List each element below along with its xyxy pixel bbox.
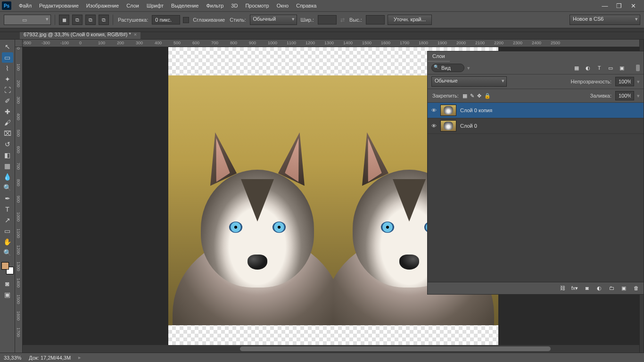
width-input[interactable] bbox=[318, 15, 337, 25]
window-close-button[interactable]: ✕ bbox=[628, 2, 638, 9]
crop-tool[interactable]: ⛶ bbox=[2, 85, 13, 95]
ruler-horizontal[interactable]: -500-300-1000100200300400500600700800900… bbox=[23, 40, 644, 47]
window-minimize-button[interactable]: — bbox=[600, 2, 610, 9]
ruler-corner[interactable] bbox=[15, 40, 23, 47]
style-label: Стиль: bbox=[230, 17, 246, 23]
window-maximize-button[interactable]: ❐ bbox=[614, 2, 624, 9]
menu-layers[interactable]: Слои bbox=[123, 1, 143, 10]
close-tab-icon[interactable]: × bbox=[134, 32, 137, 37]
app-icon: Ps bbox=[2, 1, 11, 10]
layer-row[interactable]: 👁 Слой 0 копия bbox=[428, 103, 644, 118]
filter-adjust-icon[interactable]: ◐ bbox=[584, 65, 592, 71]
new-selection-icon[interactable]: ◼ bbox=[59, 15, 69, 25]
ruler-vertical[interactable]: 0100200300400500600700800900100011001200… bbox=[15, 47, 23, 353]
lock-transparent-icon[interactable]: ▦ bbox=[462, 93, 467, 99]
lock-all-icon[interactable]: 🔒 bbox=[484, 93, 491, 99]
heal-tool[interactable]: ✚ bbox=[2, 107, 13, 117]
history-brush-tool[interactable]: ↺ bbox=[2, 139, 13, 149]
style-select[interactable]: Обычный bbox=[250, 15, 297, 25]
menu-select[interactable]: Выделение bbox=[167, 1, 202, 10]
color-swatches[interactable] bbox=[1, 262, 14, 274]
doc-size-label: Док: bbox=[29, 355, 39, 361]
add-selection-icon[interactable]: ⧉ bbox=[72, 15, 83, 25]
group-icon[interactable]: 🗀 bbox=[608, 285, 615, 291]
filter-toggle[interactable] bbox=[636, 65, 640, 71]
lock-position-icon[interactable]: ✥ bbox=[477, 93, 481, 99]
menu-help[interactable]: Справка bbox=[292, 1, 320, 10]
screenmode-tool[interactable]: ▣ bbox=[2, 289, 13, 300]
filter-shape-icon[interactable]: ▭ bbox=[607, 65, 614, 71]
marquee-tool-icon[interactable]: ▭ bbox=[4, 15, 51, 25]
refine-edge-button[interactable]: Уточн. край... bbox=[388, 15, 432, 25]
height-input[interactable] bbox=[366, 15, 385, 25]
hand-tool[interactable]: ✋ bbox=[2, 237, 13, 247]
layers-panel-tab[interactable]: Слои bbox=[428, 51, 450, 62]
visibility-icon[interactable]: 👁 bbox=[431, 107, 437, 113]
mask-icon[interactable]: ◙ bbox=[583, 285, 591, 291]
menu-file[interactable]: Файл bbox=[15, 1, 35, 10]
shape-tool[interactable]: ▭ bbox=[2, 226, 13, 236]
menu-view[interactable]: Просмотр bbox=[241, 1, 272, 10]
delete-layer-icon[interactable]: 🗑 bbox=[632, 285, 640, 291]
layer-name[interactable]: Слой 0 bbox=[460, 123, 477, 129]
options-bar: ▭ ◼ ⧉ ⧉ ⧉ Растушевка: Сглаживание Стиль:… bbox=[0, 11, 644, 28]
layer-row[interactable]: 👁 Слой 0 bbox=[428, 118, 644, 134]
new-layer-icon[interactable]: ▣ bbox=[620, 285, 627, 291]
subtract-selection-icon[interactable]: ⧉ bbox=[85, 15, 96, 25]
visibility-icon[interactable]: 👁 bbox=[431, 123, 437, 129]
antialias-checkbox[interactable] bbox=[183, 17, 189, 23]
status-menu-icon[interactable]: ▸ bbox=[78, 354, 81, 361]
move-tool[interactable]: ↖ bbox=[2, 41, 13, 52]
pen-tool[interactable]: ✒ bbox=[2, 193, 13, 204]
gradient-tool[interactable]: ▦ bbox=[2, 161, 13, 171]
fx-icon[interactable]: fx▾ bbox=[571, 285, 578, 291]
eyedropper-tool[interactable]: ✐ bbox=[2, 96, 13, 106]
antialias-label: Сглаживание bbox=[193, 17, 225, 23]
quickmask-tool[interactable]: ◙ bbox=[2, 279, 13, 289]
toolbox: ↖ ▭ ⌇ ✦ ⛶ ✐ ✚ 🖌 ⌧ ↺ ◧ ▦ 💧 🔍 ✒ T ↗ ▭ ✋ 🔍 … bbox=[0, 40, 15, 353]
feather-input[interactable] bbox=[152, 15, 180, 25]
brush-tool[interactable]: 🖌 bbox=[2, 117, 13, 128]
zoom-tool[interactable]: 🔍 bbox=[2, 247, 13, 258]
wand-tool[interactable]: ✦ bbox=[2, 74, 13, 84]
whats-new-select[interactable]: Новое в CS6 bbox=[570, 15, 640, 25]
blend-mode-select[interactable]: Обычные bbox=[431, 76, 507, 87]
stamp-tool[interactable]: ⌧ bbox=[2, 128, 13, 139]
swap-icon[interactable]: ⇄ bbox=[340, 17, 345, 23]
foreground-color[interactable] bbox=[1, 262, 9, 270]
menu-3d[interactable]: 3D bbox=[227, 1, 241, 10]
status-bar: 33,33% Док: 17,2M/44,3M ▸ bbox=[0, 353, 644, 362]
filter-smart-icon[interactable]: ▣ bbox=[618, 65, 626, 71]
layer-thumbnail[interactable] bbox=[440, 120, 456, 132]
marquee-tool[interactable]: ▭ bbox=[2, 52, 13, 63]
path-tool[interactable]: ↗ bbox=[2, 215, 13, 225]
link-layers-icon[interactable]: ⛓ bbox=[559, 285, 566, 291]
layer-list: 👁 Слой 0 копия 👁 Слой 0 bbox=[428, 103, 644, 282]
fill-input[interactable] bbox=[615, 91, 634, 100]
layer-name[interactable]: Слой 0 копия bbox=[460, 107, 492, 113]
lasso-tool[interactable]: ⌇ bbox=[2, 63, 13, 74]
eraser-tool[interactable]: ◧ bbox=[2, 150, 13, 160]
width-label: Шир.: bbox=[301, 17, 314, 23]
feather-label: Растушевка: bbox=[118, 17, 148, 23]
filter-text-icon[interactable]: T bbox=[595, 65, 603, 71]
fill-label: Заливка: bbox=[590, 93, 611, 99]
menu-edit[interactable]: Редактирование bbox=[35, 1, 83, 10]
menu-type[interactable]: Шрифт bbox=[143, 1, 167, 10]
collapsed-panel-top[interactable] bbox=[0, 28, 644, 32]
layer-thumbnail[interactable] bbox=[440, 105, 456, 116]
blur-tool[interactable]: 💧 bbox=[2, 172, 13, 182]
menu-image[interactable]: Изображение bbox=[83, 1, 123, 10]
dodge-tool[interactable]: 🔍 bbox=[2, 182, 13, 193]
zoom-level[interactable]: 33,33% bbox=[4, 355, 21, 361]
opacity-input[interactable] bbox=[615, 77, 634, 86]
menu-filter[interactable]: Фильтр bbox=[202, 1, 227, 10]
type-tool[interactable]: T bbox=[2, 204, 13, 214]
lock-paint-icon[interactable]: ✎ bbox=[470, 93, 474, 99]
intersect-selection-icon[interactable]: ⧉ bbox=[99, 15, 109, 25]
layer-filter-select[interactable]: Вид bbox=[431, 64, 464, 72]
menu-window[interactable]: Окно bbox=[273, 1, 293, 10]
filter-pixel-icon[interactable]: ▦ bbox=[573, 65, 580, 71]
adjustment-icon[interactable]: ◐ bbox=[595, 285, 603, 291]
horizontal-scrollbar[interactable] bbox=[23, 345, 644, 353]
